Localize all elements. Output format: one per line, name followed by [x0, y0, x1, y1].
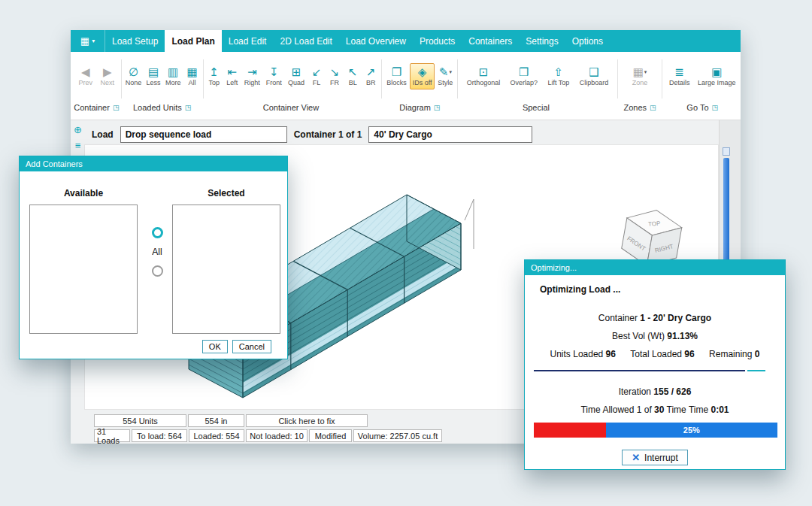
toolbar-group-container-view: ↥ Top ⇤ Left ⇥ Right ↧ Front ⊞: [205, 53, 380, 120]
toolbar-button-label: Orthogonal: [467, 79, 501, 86]
toolbar-button[interactable]: ≣ Details: [666, 63, 693, 89]
menu-item-label: Load Edit: [229, 36, 267, 47]
toolbar-button-label: FL: [313, 79, 321, 86]
toolbar-button[interactable]: ↧ Front: [263, 63, 285, 89]
load-input[interactable]: [120, 126, 287, 143]
remaining-label: Remaining: [709, 349, 755, 359]
toolbar-separator: [203, 59, 204, 98]
iteration-line: Iteration 155 / 626: [525, 386, 785, 397]
modified-cell: Modified: [309, 429, 352, 442]
list-item[interactable]: [30, 217, 137, 219]
toolbar-button[interactable]: ⊞ Quad: [285, 63, 308, 89]
menu-item[interactable]: Load Overview: [339, 30, 413, 52]
dialog-launcher-icon[interactable]: ◳: [650, 104, 656, 111]
toolbar-button[interactable]: ◀ Prev: [76, 63, 96, 89]
chevron-down-icon: ▾: [92, 38, 95, 44]
toolbar-button[interactable]: ▶ Next: [98, 63, 118, 89]
iteration-value: 155 / 626: [653, 386, 691, 397]
optimizing-dialog: Optimizing... Optimizing Load ... Contai…: [524, 259, 786, 470]
menu-item[interactable]: Products: [413, 30, 462, 52]
menu-item-label: Load Overview: [346, 36, 406, 47]
dialog-launcher-icon[interactable]: ◳: [185, 104, 192, 111]
toolbar-button-label: All: [189, 79, 196, 86]
dialog-titlebar[interactable]: Optimizing...: [525, 260, 785, 275]
toolbar-button[interactable]: ▣ Large Image: [695, 63, 739, 89]
toolbar-button-label: Details: [669, 79, 690, 86]
menu-item[interactable]: Load Edit: [222, 30, 274, 52]
container-line-value: 1 - 20' Dry Cargo: [640, 313, 711, 323]
toolbar-button[interactable]: ▥ More: [163, 63, 183, 89]
zoom-slider-handle[interactable]: [723, 147, 730, 156]
iteration-label: Iteration: [619, 386, 654, 397]
toolbar-button-icon: ∅: [129, 66, 138, 78]
toolbar-button-icon: ↙: [312, 66, 322, 78]
menu-item[interactable]: Load Plan: [165, 30, 221, 52]
container-input[interactable]: [368, 126, 532, 143]
menu-item[interactable]: Load Setup: [105, 30, 165, 52]
toolbar-button[interactable]: ↘ FR: [326, 63, 344, 89]
dialog-launcher-icon[interactable]: ◳: [712, 104, 719, 111]
toolbar-button[interactable]: ❒ Overlap?: [508, 63, 541, 89]
total-loaded-label: Total Loaded: [630, 349, 684, 359]
menu-item[interactable]: Settings: [519, 30, 565, 52]
toolbar-button[interactable]: ⇤ Left: [223, 63, 241, 89]
cancel-button[interactable]: Cancel: [232, 340, 271, 353]
dropdown-caret-icon: ▾: [449, 69, 452, 75]
toolbar-button-label: Overlap?: [511, 79, 538, 86]
dialog-titlebar[interactable]: Add Containers: [20, 156, 287, 171]
app-menu-button[interactable]: ▦ ▾: [71, 30, 105, 52]
toolbar-separator: [662, 59, 662, 98]
transfer-controls: All: [147, 227, 167, 277]
dialog-launcher-icon[interactable]: ◳: [113, 104, 120, 111]
radio-selected[interactable]: [152, 227, 163, 238]
group-label: Container View: [263, 103, 319, 112]
toolbar-button-label: BL: [349, 79, 357, 86]
toolbar-button-label: None: [126, 79, 142, 86]
volume-cell: Volume: 2257.05 cu.ft: [353, 429, 442, 442]
toolbar-button[interactable]: ▤ Less: [144, 63, 162, 89]
toolbar-button[interactable]: ▦ All: [183, 63, 201, 89]
list-icon[interactable]: ≡: [75, 141, 81, 151]
group-label: Loaded Units: [133, 103, 182, 112]
toolbar-button[interactable]: ↖ BL: [344, 63, 362, 89]
units-loaded-label: Units Loaded: [550, 349, 606, 359]
toolbar-button[interactable]: ↥ Top: [205, 63, 223, 89]
toolbar-button[interactable]: ❑ Clipboard: [577, 63, 612, 89]
toolbar-button[interactable]: ◈ IDs off: [410, 63, 435, 89]
toolbar-button-icon: ▦: [187, 66, 198, 78]
list-item[interactable]: [173, 208, 280, 210]
add-circle-icon[interactable]: ⊕: [74, 125, 82, 135]
toolbar-button[interactable]: ↙ FL: [308, 63, 326, 89]
available-header: Available: [29, 188, 138, 198]
toolbar-button[interactable]: ↗ BR: [362, 63, 380, 89]
interrupt-button[interactable]: ✕ Interrupt: [622, 450, 688, 465]
radio-unselected[interactable]: [152, 265, 163, 277]
selected-listbox[interactable]: [172, 205, 280, 334]
best-vol-value: 91.13%: [667, 331, 698, 341]
toolbar-button[interactable]: ∅ None: [123, 63, 144, 89]
toolbar-button-icon: ▦: [633, 66, 644, 78]
to-load-cell: To load: 564: [132, 429, 187, 442]
toolbar-button[interactable]: ▦▾ Zone: [629, 63, 651, 89]
time-line: Time Allowed 1 of 30 Time Time 0:01: [525, 404, 785, 415]
toolbar-button-label: Right: [244, 79, 260, 86]
toolbar-button[interactable]: ❐ Blocks: [383, 63, 409, 89]
dialog-launcher-icon[interactable]: ◳: [434, 104, 441, 111]
load-label: Load: [92, 129, 114, 140]
menu-item-label: Settings: [526, 36, 558, 47]
toolbar-button[interactable]: ⊡ Orthogonal: [464, 63, 504, 89]
toolbar-button-icon: ❑: [589, 66, 598, 78]
ok-button[interactable]: OK: [202, 340, 228, 353]
toolbar-button[interactable]: ⇧ Lift Top: [544, 63, 572, 89]
toolbar-button-icon: ↧: [269, 66, 279, 78]
cube-top-label: TOP: [648, 220, 661, 228]
menu-item[interactable]: 2D Load Edit: [273, 30, 338, 52]
loads-cell: 31 Loads: [94, 429, 130, 442]
fix-link-cell[interactable]: Click here to fix: [246, 414, 368, 427]
available-listbox[interactable]: [29, 205, 138, 334]
menu-item[interactable]: Options: [565, 30, 610, 52]
toolbar-button-icon: ↘: [330, 66, 340, 78]
toolbar-button[interactable]: ⇥ Right: [241, 63, 263, 89]
menu-item[interactable]: Containers: [462, 30, 519, 52]
toolbar-button[interactable]: ✎▾ Style: [435, 63, 456, 89]
